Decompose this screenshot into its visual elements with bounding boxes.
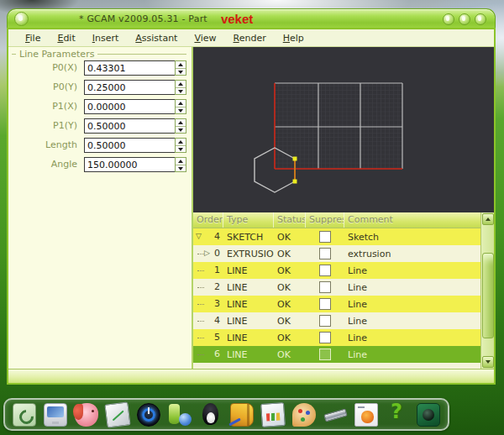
spin-down-button[interactable] <box>176 126 186 134</box>
scroll-down-button[interactable] <box>482 356 494 368</box>
cell-type: LINE <box>223 299 274 310</box>
column-header-comment[interactable]: Comment <box>344 212 480 228</box>
menu-assistant[interactable]: Assistant <box>127 30 186 46</box>
dock-icon-image-viewer[interactable] <box>354 403 378 427</box>
suppress-checkbox[interactable] <box>319 315 331 327</box>
spin-up-button[interactable] <box>176 158 186 165</box>
cell-suppress <box>306 298 344 310</box>
suppress-checkbox[interactable] <box>319 248 331 259</box>
cell-type: SKETCH <box>223 232 274 243</box>
table-row-line[interactable]: 1 LINE OK Line <box>193 262 480 279</box>
dock-icon-help[interactable]: ? <box>386 403 409 427</box>
menu-edit[interactable]: Edit <box>49 30 83 46</box>
maximize-button[interactable] <box>459 13 470 25</box>
dock-icon-mascot-game[interactable] <box>75 403 98 427</box>
menu-help[interactable]: Help <box>275 30 312 46</box>
spin-down-button[interactable] <box>176 68 186 76</box>
table-row-line[interactable]: 2 LINE OK Line <box>193 279 480 296</box>
dock-icon-text-editor[interactable] <box>104 401 130 427</box>
spin-down-button[interactable] <box>176 87 186 95</box>
angle-label: Angle <box>8 159 77 170</box>
column-header-suppress[interactable]: Suppress <box>306 212 344 228</box>
tree-branch <box>197 287 204 288</box>
cell-comment: Line <box>344 265 480 276</box>
p0x-label: P0(X) <box>8 62 77 73</box>
dock-icon-media-player[interactable] <box>137 403 160 427</box>
cell-comment: Line <box>344 349 480 360</box>
dock-icon-utility-tool[interactable] <box>323 403 347 427</box>
column-header-status[interactable]: Status <box>274 212 306 228</box>
length-spinner <box>175 138 186 153</box>
table-row-line[interactable]: 3 LINE OK Line <box>193 296 480 312</box>
dock-icon-paint-app[interactable] <box>292 403 316 427</box>
scroll-up-button[interactable] <box>482 213 494 225</box>
expander-icon[interactable]: ▷ <box>204 249 210 257</box>
p1x-input[interactable] <box>84 99 177 114</box>
cell-type: LINE <box>223 316 274 327</box>
table-scrollbar[interactable] <box>480 212 494 369</box>
cell-order: 1 <box>193 262 223 279</box>
title-bar[interactable]: * GCAM v2009.05.31 - Part veket <box>7 8 496 29</box>
cell-status: OK <box>274 232 306 243</box>
menu-render[interactable]: Render <box>225 30 275 46</box>
window-body: File Edit Insert Assistant View Render H… <box>7 28 496 385</box>
cell-status: OK <box>274 316 306 327</box>
tree-branch <box>197 270 204 271</box>
spin-up-button[interactable] <box>176 119 186 126</box>
spin-down-button[interactable] <box>176 145 186 153</box>
spin-down-button[interactable] <box>176 107 186 114</box>
p0y-input[interactable] <box>84 80 177 95</box>
cell-type: LINE <box>223 265 274 276</box>
length-input[interactable] <box>84 138 177 153</box>
menu-view[interactable]: View <box>186 30 224 46</box>
scrollbar-thumb[interactable] <box>482 253 494 338</box>
menu-bar: File Edit Insert Assistant View Render H… <box>8 29 494 47</box>
dock-icon-office-chart[interactable] <box>260 402 286 427</box>
line-endpoint-marker[interactable] <box>293 157 297 161</box>
p1x-label: P1(X) <box>8 101 77 112</box>
angle-input[interactable] <box>84 157 177 172</box>
column-header-order[interactable]: Order <box>193 212 223 228</box>
cell-suppress <box>306 248 344 259</box>
line-endpoint-marker[interactable] <box>293 180 297 184</box>
table-row-line-selected[interactable]: 6 LINE OK Line <box>193 346 480 363</box>
table-header: Order Type Status Suppress Comment <box>193 212 480 228</box>
suppress-checkbox[interactable] <box>319 281 331 293</box>
spin-up-button[interactable] <box>176 81 186 87</box>
dock-icon-file-manager[interactable] <box>13 403 36 427</box>
drawing-canvas[interactable] <box>193 47 494 212</box>
spin-up-button[interactable] <box>176 139 186 145</box>
spin-down-button[interactable] <box>176 165 186 172</box>
window-menu-button[interactable] <box>14 12 29 26</box>
cell-type: LINE <box>223 349 274 360</box>
suppress-checkbox[interactable] <box>319 349 331 360</box>
dock-icon-organizer-book[interactable] <box>230 403 254 427</box>
menu-insert[interactable]: Insert <box>84 30 128 46</box>
column-header-type[interactable]: Type <box>223 212 274 228</box>
dock-icon-tux-app[interactable] <box>199 403 223 427</box>
cell-comment: Line <box>344 333 480 343</box>
table-row-extrusion[interactable]: ▷ 0 EXTRUSION OK extrusion <box>193 245 480 262</box>
dock-icon-package-manager[interactable] <box>168 403 192 427</box>
menu-file[interactable]: File <box>17 30 49 46</box>
spin-up-button[interactable] <box>176 61 186 68</box>
table-row-line[interactable]: 4 LINE OK Line <box>193 312 480 329</box>
minimize-button[interactable] <box>443 13 454 25</box>
cell-order: 2 <box>193 279 223 296</box>
suppress-checkbox[interactable] <box>319 332 331 343</box>
cell-comment: Sketch <box>344 232 480 243</box>
suppress-checkbox[interactable] <box>319 298 331 310</box>
close-button[interactable] <box>475 13 486 25</box>
expander-icon[interactable]: ▽ <box>196 232 202 240</box>
table-row-line[interactable]: 5 LINE OK Line <box>193 329 480 346</box>
spin-up-button[interactable] <box>176 100 186 107</box>
table-row-sketch[interactable]: ▽ 4 SKETCH OK Sketch <box>193 228 480 245</box>
p1y-input[interactable] <box>84 118 177 134</box>
dock-icon-display-editor[interactable] <box>44 403 67 427</box>
angle-spinner <box>175 157 186 172</box>
p0x-input[interactable] <box>84 60 177 76</box>
suppress-checkbox[interactable] <box>319 265 331 276</box>
suppress-checkbox[interactable] <box>319 231 331 243</box>
dock-icon-terminal[interactable] <box>417 403 440 427</box>
cell-suppress <box>306 265 344 276</box>
